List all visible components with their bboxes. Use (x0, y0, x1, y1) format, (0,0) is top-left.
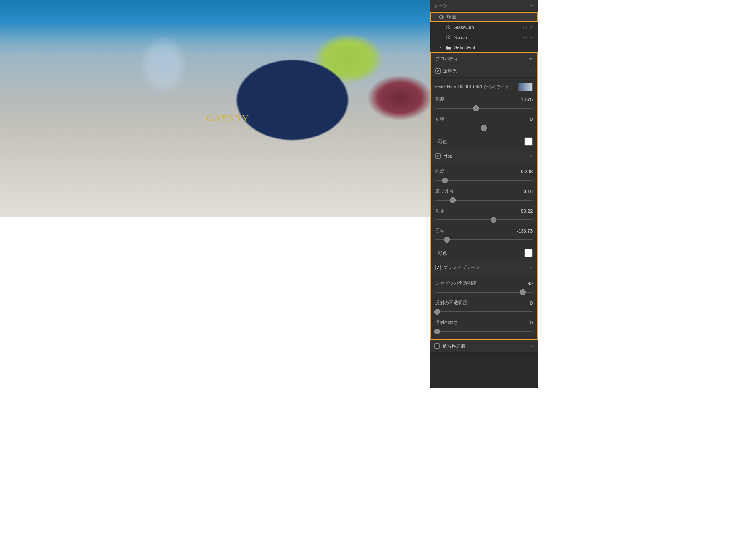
row-sun-tint: 彩色 (435, 249, 533, 257)
section-heading-ground[interactable]: グランドプレーン (431, 261, 537, 274)
collapse-icon (529, 57, 533, 61)
section-dof: 被写界深度 (430, 340, 538, 353)
color-swatch-sun-tint[interactable] (524, 249, 533, 257)
label-tint: 彩色 (438, 138, 447, 145)
row-sun-intensity: 強度 0.308 (435, 168, 533, 175)
viewport[interactable]: GATSBY (0, 0, 430, 388)
tree-item-label: 環境 (447, 14, 456, 20)
section-title: 被写界深度 (442, 343, 465, 349)
section-title: 日光 (443, 153, 452, 159)
properties-highlight: プロパティ 環境光 eeaf764a-ad85-481d-9b1 からのライト … (430, 52, 538, 340)
label-rotation: 回転 (435, 116, 444, 122)
section-sun-light: 日光 強度 0.308 曇り具合 0.18 高さ 53.22 (431, 150, 537, 261)
slider-env-rotation[interactable] (435, 125, 533, 131)
section-heading-env[interactable]: 環境光 (431, 65, 537, 78)
label-intensity: 強度 (435, 96, 444, 102)
scene-tree: 環境 GlassCup Spoon (430, 12, 538, 52)
section-heading-dof[interactable]: 被写界深度 (430, 340, 538, 353)
row-env-intensity: 強度 1.575 (435, 96, 533, 102)
tree-item-label: GlassCup (454, 25, 474, 30)
scene-panel-title: シーン (434, 3, 448, 9)
row-env-rotation: 回転 0 (435, 116, 533, 122)
tree-item-controls[interactable] (522, 35, 534, 40)
slider-env-intensity[interactable] (435, 105, 533, 112)
slider-sun-height[interactable] (435, 217, 533, 223)
tree-item-gelatopint[interactable]: GelatoPint (430, 42, 538, 52)
slider-reflection-opacity[interactable] (435, 308, 533, 315)
slider-sun-rotation[interactable] (435, 236, 533, 243)
collapse-icon (530, 4, 533, 8)
color-swatch-env-tint[interactable] (524, 137, 533, 146)
checkbox-sun[interactable] (435, 153, 441, 159)
collapse-icon (529, 70, 533, 73)
slider-shadow-opacity[interactable] (435, 289, 533, 295)
tree-item-spoon[interactable]: Spoon (430, 32, 538, 42)
row-sun-rotation: 回転 -136.73 (435, 227, 533, 234)
slider-sun-cloud[interactable] (435, 197, 533, 204)
tree-item-label: GelatoPint (454, 45, 475, 50)
row-sun-cloud: 曇り具合 0.18 (435, 188, 533, 194)
collapse-icon (529, 266, 533, 269)
section-ground-plane: グランドプレーン シャドウの不透明度 90 反射の不透明度 0 反射の粗さ 0 (431, 261, 537, 339)
globe-icon (438, 14, 444, 20)
chevron-right-icon (438, 44, 443, 50)
render-preview[interactable]: GATSBY (0, 0, 430, 217)
sidebar: シーン 環境 GlassCup Spoon (430, 0, 538, 388)
tree-item-environment[interactable]: 環境 (430, 12, 538, 22)
checkbox-dof[interactable] (434, 343, 440, 349)
collapse-icon (529, 154, 533, 158)
cube-icon (445, 24, 451, 30)
hdri-thumbnail[interactable] (518, 83, 533, 91)
properties-panel-title: プロパティ (435, 56, 458, 62)
row-env-tint: 彩色 (435, 137, 533, 146)
svg-point-6 (525, 37, 526, 38)
product-brand-label: GATSBY (207, 113, 250, 124)
section-title: グランドプレーン (443, 264, 480, 271)
row-reflection-opacity: 反射の不透明度 0 (435, 300, 533, 306)
hdri-light-row[interactable]: eeaf764a-ad85-481d-9b1 からのライト (435, 79, 533, 92)
scene-panel-header[interactable]: シーン (430, 0, 538, 12)
section-heading-sun[interactable]: 日光 (431, 150, 537, 162)
section-environment-light: 環境光 eeaf764a-ad85-481d-9b1 からのライト 強度 1.5… (431, 65, 537, 150)
hdri-label: eeaf764a-ad85-481d-9b1 からのライト (435, 84, 509, 90)
cube-icon (445, 34, 451, 40)
checkbox-env[interactable] (435, 68, 441, 74)
folder-icon (445, 44, 451, 50)
value-rotation: 0 (530, 117, 533, 122)
slider-reflection-roughness[interactable] (435, 328, 533, 335)
tree-item-label: Spoon (454, 35, 467, 40)
properties-panel-header[interactable]: プロパティ (431, 53, 537, 65)
svg-point-4 (525, 27, 526, 28)
row-shadow-opacity: シャドウの不透明度 90 (435, 280, 533, 286)
row-sun-height: 高さ 53.22 (435, 208, 533, 214)
tree-item-controls[interactable] (522, 25, 534, 30)
slider-sun-intensity[interactable] (435, 177, 533, 184)
section-title: 環境光 (443, 68, 457, 74)
checkbox-ground[interactable] (435, 265, 441, 270)
collapse-icon (530, 345, 533, 348)
tree-item-glasscup[interactable]: GlassCup (430, 22, 538, 32)
value-intensity: 1.575 (521, 97, 533, 102)
row-reflection-roughness: 反射の粗さ 0 (435, 319, 533, 326)
